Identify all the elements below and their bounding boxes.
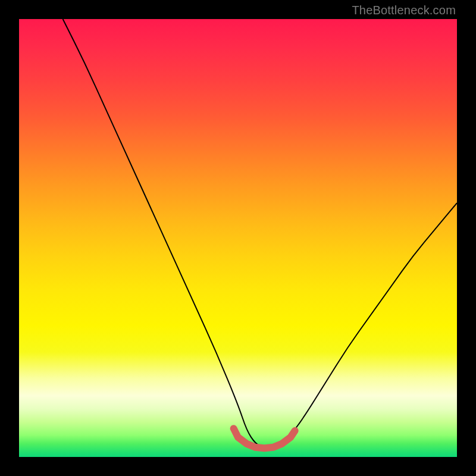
curve-svg xyxy=(19,19,457,457)
plot-area xyxy=(19,19,457,457)
watermark-text: TheBottleneck.com xyxy=(352,4,456,17)
bottleneck-curve xyxy=(63,19,457,448)
chart-frame: TheBottleneck.com xyxy=(0,0,476,476)
optimal-range-highlight xyxy=(234,428,295,448)
